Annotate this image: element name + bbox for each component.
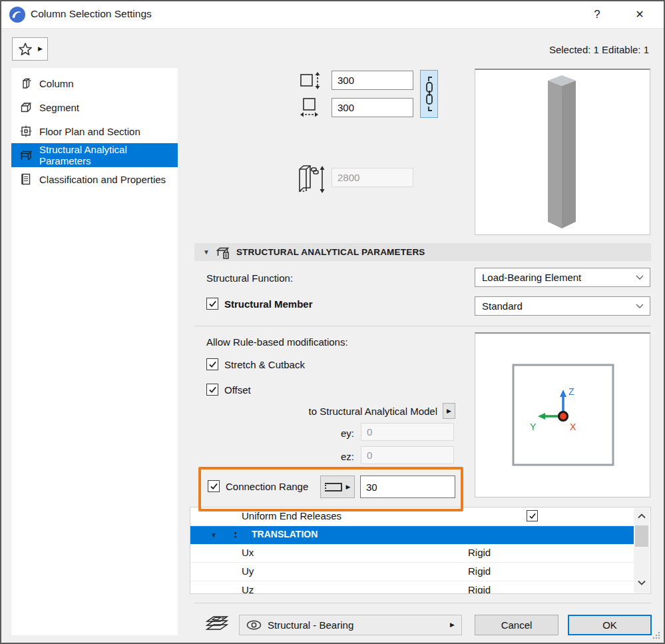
archicad-logo-icon <box>9 6 26 23</box>
column-height-input <box>332 168 413 187</box>
axis-y-label: Y <box>530 422 537 432</box>
eye-icon <box>246 620 262 630</box>
checkmark-icon <box>210 483 218 490</box>
divider <box>194 326 651 326</box>
row-label: Uz <box>242 584 254 594</box>
table-row-uniform-end-releases[interactable]: Uniform End Releases <box>190 507 634 526</box>
segment-icon <box>19 100 33 115</box>
cancel-button[interactable]: Cancel <box>475 615 558 635</box>
sidebar-item-label: Structural Analytical Parameters <box>39 144 178 166</box>
flyout-arrow-icon: ▶ <box>447 408 451 414</box>
offset-label: Offset <box>224 384 251 396</box>
connection-range-shape-flyout-button[interactable]: ▶ <box>320 476 355 498</box>
structural-member-type-value: Standard <box>482 300 523 312</box>
sidebar-item-label: Segment <box>39 102 79 113</box>
axis-x-label: X <box>570 422 576 432</box>
stretch-cutback-label: Stretch & Cutback <box>224 359 305 370</box>
structural-function-label: Structural Function: <box>206 272 293 284</box>
column-height-icon <box>294 162 329 194</box>
flyout-arrow-icon: ▶ <box>346 484 351 490</box>
help-button[interactable]: ? <box>584 5 610 25</box>
sidebar-item-structural-analytical-parameters[interactable]: Structural Analytical Parameters <box>11 143 178 167</box>
structural-member-checkbox[interactable]: Structural Member <box>206 298 313 310</box>
offset-checkbox[interactable]: Offset <box>206 384 251 396</box>
uniform-end-releases-checkbox[interactable] <box>527 510 538 521</box>
structural-member-type-dropdown[interactable]: Standard <box>475 296 650 316</box>
scrollbar-thumb[interactable] <box>635 525 648 547</box>
table-row-uy[interactable]: Uy Rigid <box>190 563 634 581</box>
stretch-cutback-checkbox[interactable]: Stretch & Cutback <box>206 358 305 370</box>
favorites-flyout-arrow-icon: ▶ <box>38 46 43 52</box>
checkbox-box <box>206 358 218 370</box>
column-3d-image <box>475 70 650 234</box>
sidebar-item-floor-plan-and-section[interactable]: Floor Plan and Section <box>11 119 178 143</box>
layers-icon[interactable] <box>204 613 232 634</box>
row-value[interactable]: Rigid <box>468 584 491 594</box>
chain-link-icon <box>424 75 435 113</box>
column-3d-preview <box>475 69 650 235</box>
rules-label: Allow Rule-based modifications: <box>206 336 348 348</box>
layer-dropdown-button[interactable]: Structural - Bearing ▶ <box>239 615 462 635</box>
table-row-ux[interactable]: Ux Rigid <box>190 544 634 563</box>
sidebar-item-segment[interactable]: Segment <box>11 95 178 119</box>
close-icon[interactable]: ✕ <box>627 5 652 25</box>
section-title: STRUCTURAL ANALYTICAL PARAMETERS <box>236 247 425 257</box>
connection-range-input[interactable] <box>360 476 455 498</box>
column-icon <box>19 76 33 91</box>
settings-sidebar: Column Segment Floor Plan and Section <box>11 68 178 635</box>
chevron-down-icon <box>636 304 644 308</box>
section-collapse-icon[interactable]: ▼ <box>203 248 210 256</box>
table-row-translation-group[interactable]: ▼ ↕ TRANSLATION <box>190 526 634 544</box>
row-value[interactable]: Rigid <box>468 565 491 577</box>
axes-preview: Z Y X <box>475 332 650 497</box>
title-bar: Column Selection Settings ? ✕ <box>1 1 664 29</box>
core-height-dimension-icon <box>299 71 323 91</box>
row-label: Uy <box>242 565 254 577</box>
to-structural-model-flyout-button[interactable]: ▶ <box>443 403 455 419</box>
chevron-down-icon <box>636 275 644 280</box>
floor-plan-icon <box>19 124 33 139</box>
ey-input <box>361 423 454 441</box>
checkmark-icon <box>208 386 217 394</box>
table-row-uz[interactable]: Uz Rigid <box>190 581 634 594</box>
scroll-up-icon[interactable] <box>634 510 650 522</box>
row-value[interactable]: Rigid <box>468 547 491 558</box>
scroll-down-icon[interactable] <box>634 577 650 589</box>
classification-icon <box>19 172 33 186</box>
structural-analytical-icon <box>216 245 230 260</box>
connection-shape-icon <box>325 483 342 491</box>
sidebar-item-column[interactable]: Column <box>11 71 178 95</box>
checkmark-icon <box>208 361 217 368</box>
column-selection-settings-dialog: Column Selection Settings ? ✕ ▶ Selected… <box>0 0 665 644</box>
ez-label: ez: <box>314 451 354 462</box>
sidebar-item-label: Floor Plan and Section <box>39 126 140 137</box>
structural-analytical-icon <box>19 148 33 162</box>
core-width-input[interactable] <box>332 98 413 117</box>
row-label: Ux <box>242 547 254 558</box>
flyout-arrow-icon: ▶ <box>450 622 455 628</box>
table-scrollbar[interactable] <box>634 508 650 593</box>
sidebar-item-classification-and-properties[interactable]: Classification and Properties <box>11 167 178 191</box>
layer-value: Structural - Bearing <box>268 619 353 631</box>
star-icon <box>17 41 33 57</box>
ok-button[interactable]: OK <box>568 615 652 635</box>
end-releases-table: Uniform End Releases ▼ ↕ TRANSLATION Ux … <box>190 507 651 594</box>
row-label: Uniform End Releases <box>242 510 341 521</box>
sidebar-item-label: Column <box>39 78 74 89</box>
core-height-input[interactable] <box>332 71 413 90</box>
resize-grip[interactable] <box>652 631 660 639</box>
checkmark-icon <box>208 300 217 308</box>
checkmark-icon <box>529 513 537 519</box>
link-dimensions-button[interactable] <box>420 70 438 118</box>
favorites-button[interactable]: ▶ <box>12 37 48 61</box>
translation-axis-icon: ↕ <box>233 528 238 539</box>
connection-range-checkbox[interactable]: Connection Range <box>208 480 308 492</box>
section-header-structural-analytical-parameters[interactable]: ▼ STRUCTURAL ANALYTICAL PARAMETERS <box>194 243 651 261</box>
row-label: TRANSLATION <box>252 529 318 539</box>
structural-function-dropdown[interactable]: Load-Bearing Element <box>475 268 650 287</box>
checkbox-box <box>206 298 218 310</box>
window-title: Column Selection Settings <box>31 8 152 20</box>
to-structural-model-label: to Structural Analytical Model <box>261 406 437 417</box>
structural-member-label: Structural Member <box>224 298 313 310</box>
collapse-triangle-icon[interactable]: ▼ <box>210 531 217 539</box>
